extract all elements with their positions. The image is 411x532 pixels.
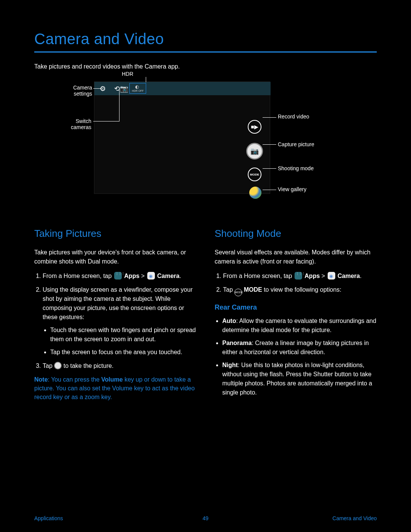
shooting-mode-lead: Several visual effects are available. Mo… (215, 248, 377, 266)
label-hdr: HDR (122, 71, 133, 77)
text: > (141, 273, 147, 279)
text: Tap (43, 363, 54, 369)
apps-label: Apps (304, 273, 320, 279)
camera-screenshot: ⚙ ⟲📷 ◐ HDR OFF ■▶ 📷 MODE (94, 81, 270, 194)
leader-line (119, 90, 119, 121)
label-mode: Shooting mode (278, 165, 314, 171)
title-rule (34, 51, 377, 53)
volume-bold: Volume (101, 376, 123, 383)
hdr-toggle: ◐ HDR OFF (129, 83, 146, 94)
page-footer: Applications 49 Camera and Video (34, 515, 377, 521)
switch-camera-icon: ⟲📷 (114, 85, 128, 93)
auto-text: : Allow the camera to evaluate the surro… (222, 318, 376, 333)
left-column: Taking Pictures Take pictures with your … (34, 226, 196, 402)
label-settings: Camera settings (59, 85, 92, 97)
step-2: Using the display screen as a viewfinder… (43, 285, 196, 357)
shutter-inline-icon (54, 362, 62, 369)
page-title: Camera and Video (34, 30, 377, 48)
camera-diagram: ⚙ ⟲📷 ◐ HDR OFF ■▶ 📷 MODE Camera settings… (34, 70, 377, 215)
hdr-text: HDR OFF (132, 89, 143, 92)
step-2: Tap MODE MODE to view the following opti… (223, 285, 377, 296)
text: . (180, 273, 181, 279)
night-label: Night (222, 362, 238, 368)
option-night: Night: Use this to take photos in low-li… (222, 361, 377, 397)
auto-label: Auto (222, 318, 236, 324)
bullet-tap-focus: Tap the screen to focus on the area you … (50, 348, 196, 357)
leader-line (263, 117, 276, 118)
heading-taking-pictures: Taking Pictures (34, 226, 196, 241)
camera-icon: 📷 (250, 147, 259, 155)
videocam-icon: ■▶ (251, 124, 258, 130)
note: Note: You can press the Volume key up or… (34, 375, 196, 402)
right-column: Shooting Mode Several visual effects are… (215, 226, 377, 402)
mode-button: MODE (248, 168, 261, 181)
text: . (360, 273, 362, 279)
option-auto: Auto: Allow the camera to evaluate the s… (222, 316, 377, 335)
record-button: ■▶ (248, 120, 261, 134)
leader-line (263, 190, 276, 190)
camera-app-icon (147, 272, 155, 280)
apps-icon (295, 272, 302, 280)
footer-page: 49 (202, 515, 209, 521)
apps-icon (114, 272, 122, 280)
camera-label: Camera (157, 273, 180, 279)
footer-right: Camera and Video (333, 515, 377, 521)
text: > (322, 273, 327, 279)
label-switch: Switch cameras (68, 118, 91, 130)
text: to view the following options: (264, 286, 341, 293)
night-text: : Use this to take photos in low-light c… (222, 362, 372, 396)
step-1: From a Home screen, tap Apps > Camera. (43, 272, 196, 281)
note-text: : You can press the (48, 376, 102, 383)
text: From a Home screen, tap (43, 273, 113, 279)
note-label: Note (34, 376, 48, 383)
leader-line (93, 121, 119, 121)
gallery-button (249, 187, 261, 199)
label-record: Record video (278, 113, 309, 120)
text: Tap (223, 286, 234, 293)
footer-left: Applications (34, 515, 63, 521)
leader-line (263, 144, 276, 145)
mode-label: MODE (244, 286, 262, 293)
heading-rear-camera: Rear Camera (215, 302, 377, 313)
pan-label: Panorama (222, 340, 252, 346)
step-3: Tap to take the picture. (43, 361, 196, 371)
heading-shooting-mode: Shooting Mode (215, 226, 377, 241)
intro-text: Take pictures and record videos with the… (34, 63, 377, 70)
camera-label: Camera (338, 273, 360, 279)
hdr-icon: ◐ (135, 84, 139, 89)
step-1: From a Home screen, tap Apps > Camera. (223, 272, 377, 281)
leader-line (93, 88, 102, 89)
text: to take the picture. (64, 363, 114, 369)
label-gallery: View gallery (278, 186, 306, 192)
mode-inline-icon: MODE (234, 289, 242, 296)
leader-line (263, 168, 276, 169)
text: Using the display screen as a viewfinder… (43, 286, 193, 320)
text: From a Home screen, tap (223, 273, 294, 279)
option-panorama: Panorama: Create a linear image by takin… (222, 339, 377, 357)
apps-label: Apps (124, 273, 139, 279)
leader-line (146, 77, 146, 82)
bullet-pinch: Touch the screen with two fingers and pi… (50, 326, 196, 344)
shutter-button: 📷 (246, 143, 263, 160)
label-capture: Capture picture (278, 141, 314, 147)
camera-app-icon (328, 272, 335, 280)
gear-icon: ⚙ (100, 85, 106, 93)
taking-pictures-lead: Take pictures with your device's front o… (34, 248, 196, 266)
